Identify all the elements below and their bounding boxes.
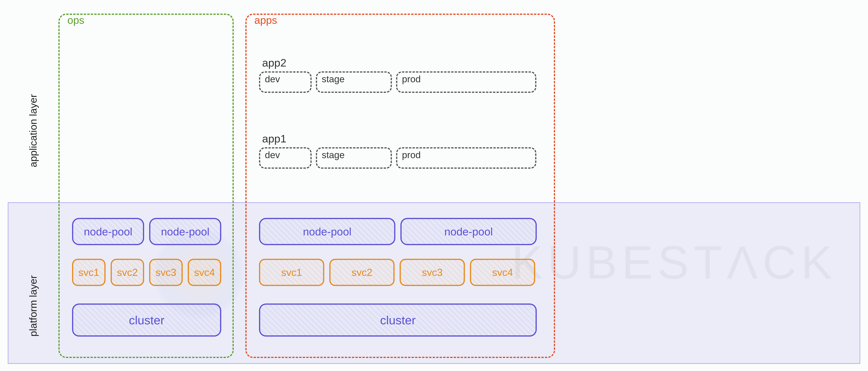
apps-svc3: svc3 xyxy=(400,259,465,286)
apps-svc1: svc1 xyxy=(259,259,324,286)
apps-node-pool-2: node-pool xyxy=(400,218,537,245)
ops-node-pool-row: node-pool node-pool xyxy=(72,218,221,245)
svc-label: svc1 xyxy=(281,267,302,278)
application-layer-label: application layer xyxy=(27,58,39,167)
ops-svc1: svc1 xyxy=(72,259,105,286)
svc-label: svc4 xyxy=(194,267,215,278)
app1-env-dev: dev xyxy=(259,147,312,169)
apps-svc2: svc2 xyxy=(329,259,395,286)
cluster-label: cluster xyxy=(129,313,164,327)
ops-cluster: cluster xyxy=(72,303,221,337)
node-pool-label: node-pool xyxy=(84,225,132,238)
env-label: stage xyxy=(322,149,344,160)
ops-svc-row: svc1 svc2 svc3 svc4 xyxy=(72,259,221,286)
apps-svc4: svc4 xyxy=(470,259,535,286)
node-pool-label: node-pool xyxy=(161,225,209,238)
platform-layer-label: platform layer xyxy=(27,228,39,337)
app1-env-stage: stage xyxy=(316,147,392,169)
ops-svc4: svc4 xyxy=(188,259,221,286)
apps-node-pool-1: node-pool xyxy=(259,218,395,245)
env-label: prod xyxy=(402,149,421,160)
env-label: stage xyxy=(322,74,344,85)
env-label: dev xyxy=(265,74,280,85)
app2-env-row: dev stage prod xyxy=(259,71,536,93)
app1-title: app1 xyxy=(262,132,536,145)
app1-env-row: dev stage prod xyxy=(259,147,536,169)
app2-env-dev: dev xyxy=(259,71,312,93)
svc-label: svc2 xyxy=(117,267,138,278)
ops-svc2: svc2 xyxy=(111,259,144,286)
ops-svc3: svc3 xyxy=(149,259,183,286)
env-label: dev xyxy=(265,149,280,160)
app2-title: app2 xyxy=(262,57,536,69)
apps-svc-row: svc1 svc2 svc3 svc4 xyxy=(259,259,535,286)
node-pool-label: node-pool xyxy=(444,225,493,238)
svc-label: svc2 xyxy=(351,267,372,278)
svc-label: svc3 xyxy=(422,267,443,278)
diagram-stage: KUBESTΛCK application layer platform lay… xyxy=(0,0,868,371)
apps-column-label: apps xyxy=(253,14,279,26)
ops-column-label: ops xyxy=(66,14,86,26)
node-pool-label: node-pool xyxy=(303,225,351,238)
app2-env-stage: stage xyxy=(316,71,392,93)
apps-cluster: cluster xyxy=(259,303,537,337)
apps-node-pool-row: node-pool node-pool xyxy=(259,218,537,245)
svc-label: svc1 xyxy=(79,267,99,278)
ops-node-pool-1: node-pool xyxy=(72,218,144,245)
app2-group: app2 dev stage prod xyxy=(259,57,536,93)
svc-label: svc4 xyxy=(492,267,513,278)
app2-env-prod: prod xyxy=(396,71,536,93)
svc-label: svc3 xyxy=(156,267,177,278)
app1-env-prod: prod xyxy=(396,147,536,169)
env-label: prod xyxy=(402,74,421,85)
app1-group: app1 dev stage prod xyxy=(259,132,536,169)
ops-node-pool-2: node-pool xyxy=(149,218,221,245)
cluster-label: cluster xyxy=(380,313,416,327)
